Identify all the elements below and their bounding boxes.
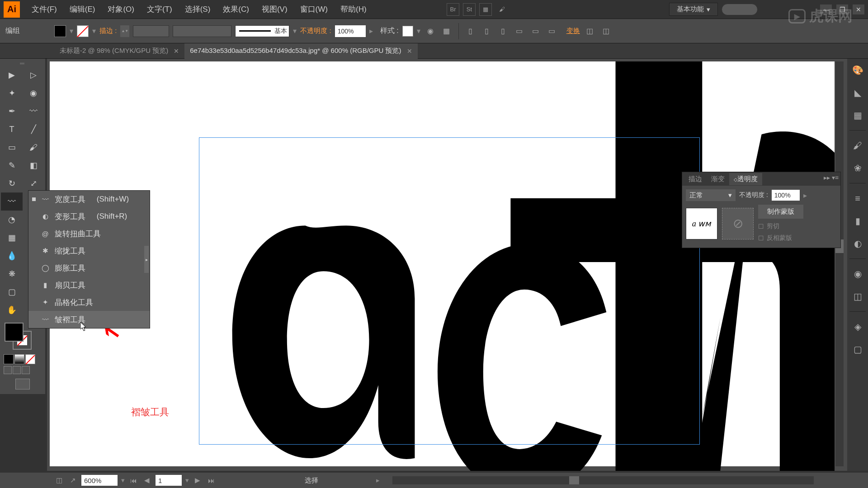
graphic-styles-icon[interactable]: ◫ [850,289,865,304]
draw-inside-icon[interactable] [22,366,30,374]
tab-stroke[interactable]: 描边 [684,173,707,185]
tab-gradient[interactable]: 渐变 [707,173,729,185]
make-mask-button[interactable]: 制作蒙版 [758,205,803,219]
edit-icon[interactable]: ◫ [600,25,613,38]
flyout-item-twirl[interactable]: @ 旋转扭曲工具 [28,225,150,242]
brush-preview[interactable]: 基本 [235,25,289,37]
menu-object[interactable]: 对象(O) [101,1,141,17]
menu-help[interactable]: 帮助(H) [334,1,373,17]
magic-wand-tool[interactable]: ✦ [1,84,23,102]
symbols-icon[interactable]: ❀ [850,160,865,176]
isolate-icon[interactable]: ◫ [584,25,596,38]
flyout-item-bloat[interactable]: ◯ 膨胀工具 [28,259,150,277]
draw-normal-icon[interactable] [4,366,12,374]
menu-view[interactable]: 视图(V) [255,1,294,17]
next-page-icon[interactable]: ▶ [193,475,203,485]
menu-effect[interactable]: 效果(C) [217,1,255,17]
minimize-button[interactable]: — [820,5,832,14]
opacity-input[interactable]: 100% [335,25,366,37]
fill-swatch[interactable] [54,25,66,37]
align-left-icon[interactable]: ▯ [464,25,477,38]
eraser-tool[interactable]: ◧ [23,156,44,174]
mask-thumbnail[interactable]: ⊘ [722,208,754,239]
clip-checkbox[interactable]: ☐剪切 [758,222,803,230]
paintbrush-tool[interactable]: 🖌 [23,138,44,156]
panel-collapse-icon[interactable]: ▸▸ [824,174,830,181]
opacity-input[interactable]: 100% [772,190,800,201]
mesh-tool[interactable]: ▦ [1,229,23,247]
invert-checkbox[interactable]: ☐反相蒙版 [758,234,803,242]
blend-mode-select[interactable]: 正常▾ [686,189,736,201]
draw-behind-icon[interactable] [13,366,21,374]
stock-icon[interactable]: St [463,3,476,16]
tab-0[interactable]: 未标题-2 @ 98% (CMYK/GPU 预览)✕ [54,43,184,59]
flyout-item-width[interactable]: 〰 宽度工具 (Shift+W) [28,191,150,208]
flyout-tearoff-icon[interactable]: ▸ [144,246,149,273]
gradient-panel-icon[interactable]: ▮ [850,213,865,229]
shape-builder-tool[interactable]: ◔ [1,211,23,229]
appearance-icon[interactable]: ◉ [850,266,865,282]
lasso-tool[interactable]: ◉ [23,84,44,102]
width-tool[interactable]: 〰 [1,192,23,211]
last-page-icon[interactable]: ⏭ [206,475,216,485]
flyout-item-wrinkle[interactable]: 〰 皱褶工具 [28,311,150,328]
stroke-panel-icon[interactable]: ≡ [850,191,865,206]
vertical-scrollbar[interactable] [835,61,844,466]
selection-tool[interactable]: ▶ [1,66,23,84]
rotate-tool[interactable]: ↻ [1,174,23,192]
close-icon[interactable]: ✕ [407,47,412,55]
pencil-tool[interactable]: ✎ [1,156,23,174]
flyout-item-scallop[interactable]: ▮ 扇贝工具 [28,277,150,294]
page-input[interactable]: 1 [156,475,182,486]
artboards-icon[interactable]: ▢ [850,342,865,357]
brushes-icon[interactable]: 🖌 [850,138,865,153]
artboard-nav-icon[interactable]: ◫ [54,475,64,485]
color-panel-icon[interactable]: 🎨 [850,62,865,78]
bridge-icon[interactable]: Br [447,3,459,16]
rectangle-tool[interactable]: ▭ [1,138,23,156]
close-button[interactable]: ✕ [853,5,864,14]
horizontal-scrollbar[interactable] [392,476,814,484]
first-page-icon[interactable]: ⏮ [128,475,138,485]
artboard-tool[interactable]: ▢ [1,283,23,301]
align-top-icon[interactable]: ▭ [513,25,526,38]
menu-edit[interactable]: 编辑(E) [63,1,102,17]
search-box[interactable] [722,4,758,15]
align-center-icon[interactable]: ▯ [481,25,493,38]
pen-tool[interactable]: ✒ [1,102,23,120]
gradient-mode-icon[interactable] [14,354,24,364]
scale-tool[interactable]: ⤢ [23,174,44,192]
stroke-width-drop[interactable] [133,25,169,37]
close-icon[interactable]: ✕ [174,47,179,55]
workspace-select[interactable]: 基本功能▾ [669,3,718,16]
canvas[interactable]: ➔ 褶皱工具 [50,61,835,466]
tab-transparency[interactable]: ◇透明度 [729,173,762,185]
none-mode-icon[interactable] [25,354,35,364]
color-mode-icon[interactable] [4,354,14,364]
align-bottom-icon[interactable]: ▭ [546,25,558,38]
direct-selection-tool[interactable]: ▷ [23,66,44,84]
menu-type[interactable]: 文字(T) [141,1,179,17]
gpu-icon[interactable]: 🖌 [495,3,508,16]
menu-file[interactable]: 文件(F) [25,1,63,17]
restore-button[interactable]: ❐ [836,5,848,14]
object-thumbnail[interactable]: a ᴡᴍ [686,208,717,239]
prev-page-icon[interactable]: ◀ [142,475,152,485]
type-tool[interactable]: T [1,120,23,138]
panel-menu-icon[interactable]: ▾≡ [832,174,839,181]
fill-stroke-indicator[interactable] [5,323,32,350]
align-right-icon[interactable]: ▯ [497,25,509,38]
color-guide-icon[interactable]: ◣ [850,85,865,100]
flyout-item-pucker[interactable]: ✱ 缩拢工具 [28,242,150,259]
flyout-item-crystallize[interactable]: ✦ 晶格化工具 [28,294,150,311]
align-middle-icon[interactable]: ▭ [529,25,542,38]
export-icon[interactable]: ↗ [68,475,78,485]
transform-link[interactable]: 变换 [566,27,580,35]
align-icon[interactable]: ▦ [440,25,453,38]
eyedropper-tool[interactable]: 💧 [1,247,23,265]
style-swatch[interactable] [402,26,413,37]
flyout-item-warp[interactable]: ◐ 变形工具 (Shift+R) [28,208,150,225]
arrange-icon[interactable]: ▦ [479,3,492,16]
panel-handle[interactable] [1,60,44,66]
curvature-tool[interactable]: 〰 [23,102,44,120]
